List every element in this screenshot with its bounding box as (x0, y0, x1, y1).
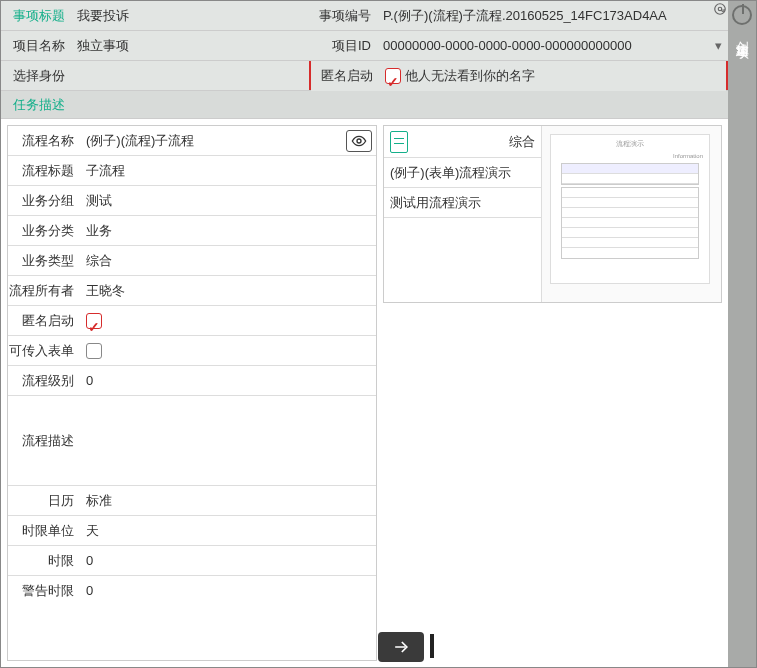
pass-form-value (80, 336, 376, 366)
preview-sub: Information (551, 153, 709, 161)
anonymous-start-value (80, 306, 376, 336)
item-title-label: 事项标题 (1, 1, 71, 30)
expand-handle[interactable] (378, 632, 424, 662)
svg-point-2 (357, 139, 361, 143)
chevron-down-icon[interactable]: ▾ (709, 31, 728, 60)
header-section: 事项标题 我要投诉 事项编号 P.(例子)(流程)子流程.20160525_14… (1, 1, 728, 119)
time-limit-value: 0 (80, 546, 376, 576)
eye-icon[interactable] (346, 130, 372, 152)
description-label: 流程描述 (8, 426, 80, 456)
process-details-table: 流程名称 (例子)(流程)子流程 流程标题 子流程 业务分组 测试 业务分类 业… (7, 125, 377, 661)
calendar-label: 日历 (8, 486, 80, 516)
sidebar-create-item[interactable]: 创建事项 (733, 31, 751, 39)
process-title-value: 子流程 (80, 156, 376, 186)
time-unit-label: 时限单位 (8, 516, 80, 546)
power-icon[interactable] (732, 5, 752, 25)
pass-form-checkbox[interactable] (86, 343, 102, 359)
process-name-label: 流程名称 (8, 126, 80, 156)
form-preview: 流程演示 Information (541, 126, 721, 302)
row-biz-type: 业务类型 综合 (8, 246, 376, 276)
preview-sheet: 流程演示 Information (550, 134, 710, 284)
biz-category-value: 业务 (80, 216, 376, 246)
header-row-1: 事项标题 我要投诉 事项编号 P.(例子)(流程)子流程.20160525_14… (1, 1, 728, 31)
at-icon[interactable] (712, 1, 728, 17)
sidebar: 创建事项 (728, 1, 756, 667)
biz-type-label: 业务类型 (8, 246, 80, 276)
row-process-name: 流程名称 (例子)(流程)子流程 (8, 126, 376, 156)
row-biz-group: 业务分组 测试 (8, 186, 376, 216)
anonymous-checkbox[interactable] (385, 68, 401, 84)
row-description: 流程描述 (8, 396, 376, 486)
row-time-unit: 时限单位 天 (8, 516, 376, 546)
pass-form-label: 可传入表单 (8, 336, 80, 366)
row-warn-limit: 警告时限 0 (8, 576, 376, 606)
time-limit-label: 时限 (8, 546, 80, 576)
project-id-value: 00000000-0000-0000-0000-000000000000 (377, 31, 709, 60)
biz-group-label: 业务分组 (8, 186, 80, 216)
body-section: 流程名称 (例子)(流程)子流程 流程标题 子流程 业务分组 测试 业务分类 业… (1, 119, 728, 667)
header-row-3: 选择身份 匿名启动 他人无法看到你的名字 (1, 61, 728, 91)
header-row-2: 项目名称 独立事项 项目ID 00000000-0000-0000-0000-0… (1, 31, 728, 61)
anonymous-highlight-box: 匿名启动 他人无法看到你的名字 (309, 61, 728, 90)
warn-limit-label: 警告时限 (8, 576, 80, 606)
forms-tag: 综合 (509, 133, 535, 151)
owner-label: 流程所有者 (8, 276, 80, 306)
calendar-value: 标准 (80, 486, 376, 516)
project-name-label: 项目名称 (1, 31, 71, 60)
anonymous-value-cell: 他人无法看到你的名字 (379, 61, 726, 91)
forms-panel: 综合 (例子)(表单)流程演示 测试用流程演示 流程演示 Information (383, 125, 722, 303)
anonymous-hint: 他人无法看到你的名字 (405, 61, 535, 91)
warn-limit-value: 0 (80, 576, 376, 606)
preview-title: 流程演示 (551, 135, 709, 153)
anonymous-start-checkbox[interactable] (86, 313, 102, 329)
biz-category-label: 业务分类 (8, 216, 80, 246)
project-name-value: 独立事项 (71, 31, 309, 60)
identity-label: 选择身份 (1, 61, 71, 90)
row-anonymous: 匿名启动 (8, 306, 376, 336)
owner-value: 王晓冬 (80, 276, 376, 306)
level-label: 流程级别 (8, 366, 80, 396)
anonymous-start-label: 匿名启动 (8, 306, 80, 336)
document-icon (390, 131, 408, 153)
list-item[interactable]: (例子)(表单)流程演示 (384, 158, 541, 188)
time-unit-value: 天 (80, 516, 376, 546)
row-pass-form: 可传入表单 (8, 336, 376, 366)
drag-handle[interactable] (430, 634, 434, 658)
row-calendar: 日历 标准 (8, 486, 376, 516)
forms-list: 综合 (例子)(表单)流程演示 测试用流程演示 (384, 126, 541, 302)
row-level: 流程级别 0 (8, 366, 376, 396)
biz-type-value: 综合 (80, 246, 376, 276)
biz-group-value: 测试 (80, 186, 376, 216)
row-biz-category: 业务分类 业务 (8, 216, 376, 246)
row-owner: 流程所有者 王晓冬 (8, 276, 376, 306)
item-number-label: 事项编号 (309, 1, 377, 30)
process-name-value: (例子)(流程)子流程 (80, 126, 346, 156)
identity-value (71, 61, 309, 90)
row-time-limit: 时限 0 (8, 546, 376, 576)
list-item[interactable]: 测试用流程演示 (384, 188, 541, 218)
item-title-value: 我要投诉 (71, 1, 309, 30)
task-description-label: 任务描述 (1, 91, 728, 119)
forms-header: 综合 (384, 126, 541, 158)
row-process-title: 流程标题 子流程 (8, 156, 376, 186)
process-title-label: 流程标题 (8, 156, 80, 186)
project-id-label: 项目ID (309, 31, 377, 60)
level-value: 0 (80, 366, 376, 396)
anonymous-label: 匿名启动 (311, 61, 379, 91)
item-number-value: P.(例子)(流程)子流程.20160525_14FC173AD4AA (377, 1, 708, 30)
